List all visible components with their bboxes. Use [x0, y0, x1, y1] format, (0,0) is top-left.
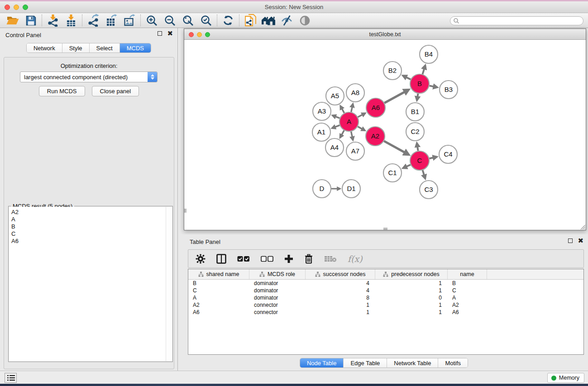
table-cell[interactable]: C [188, 287, 249, 294]
network-window-titlebar[interactable]: testGlobe.txt [184, 29, 586, 40]
edge-A-A3[interactable] [332, 115, 339, 118]
close-table-panel-icon[interactable]: ✖ [578, 238, 583, 243]
delete-table-button[interactable] [324, 255, 337, 262]
close-panel-button[interactable]: Close panel [92, 86, 139, 96]
tab-motifs[interactable]: Motifs [438, 358, 468, 367]
deselect-all-button[interactable] [261, 256, 273, 262]
tab-edge-table[interactable]: Edge Table [343, 358, 387, 367]
run-mcds-button[interactable]: Run MCDS [39, 86, 85, 96]
table-row[interactable]: A6connector11A6 [188, 309, 583, 316]
table-cell[interactable]: A2 [188, 301, 249, 309]
first-neighbors-button[interactable] [259, 14, 277, 27]
table-row[interactable]: Cdominator41C [188, 287, 583, 294]
save-session-button[interactable] [22, 14, 40, 27]
column-header-MCDS-role[interactable]: MCDS role [249, 269, 306, 279]
open-session-button[interactable] [4, 14, 22, 27]
mcds-result-item[interactable]: A6 [11, 238, 166, 245]
table-cell[interactable]: 8 [306, 294, 375, 301]
table-cell[interactable]: 1 [306, 309, 375, 316]
optimization-criterion-select[interactable]: largest connected component (directed) [20, 71, 158, 82]
edge-A-A8[interactable] [351, 104, 353, 112]
export-network-button[interactable] [84, 14, 102, 27]
zoom-in-button[interactable] [143, 14, 161, 27]
network-canvas[interactable]: B4B2BB3A8A5A6A3B1AA1C2A2A4A7C4CC1DD1C3 [184, 40, 586, 230]
table-cell[interactable]: 1 [375, 309, 448, 316]
node-table[interactable]: shared nameMCDS rolesuccessor nodesprede… [188, 269, 584, 355]
show-panels-list-button[interactable] [5, 373, 17, 383]
birdseye-view-button[interactable] [296, 14, 314, 27]
table-cell[interactable]: 0 [375, 294, 448, 301]
edge-A-A1[interactable] [332, 125, 340, 128]
window-resize-handle-bottom[interactable] [383, 228, 387, 230]
table-cell[interactable]: 1 [306, 301, 375, 309]
edge-A-A5[interactable] [340, 106, 344, 113]
result-scrollbar[interactable] [166, 207, 172, 361]
tab-network[interactable]: Network [27, 43, 62, 52]
edge-C-C1[interactable] [403, 165, 411, 168]
table-cell[interactable]: dominator [249, 294, 306, 301]
edge-A-A2[interactable] [358, 127, 365, 131]
tab-style[interactable]: Style [62, 43, 89, 52]
table-cell[interactable]: 1 [375, 287, 448, 294]
window-resize-handle-left[interactable] [184, 209, 186, 213]
edge-A-A7[interactable] [351, 132, 353, 140]
table-cell[interactable]: 4 [306, 287, 375, 294]
tab-mcds[interactable]: MCDS [120, 43, 151, 52]
mcds-result-item[interactable]: A2 [11, 209, 166, 216]
table-cell[interactable]: 1 [375, 301, 448, 309]
float-panel-icon[interactable] [158, 31, 162, 36]
show-hide-graphics-details-button[interactable] [277, 14, 296, 27]
table-cell[interactable]: B [448, 280, 487, 287]
column-header-name[interactable]: name [448, 269, 487, 279]
edge-A-A4[interactable] [340, 130, 344, 138]
mcds-result-item[interactable]: B [11, 223, 166, 230]
column-header-shared-name[interactable]: shared name [188, 269, 249, 279]
select-all-button[interactable] [237, 256, 250, 262]
edge-B-B1[interactable] [417, 94, 418, 100]
search-field[interactable] [450, 16, 583, 25]
edge-C-C4[interactable] [429, 157, 437, 159]
add-column-button[interactable] [284, 254, 293, 263]
table-cell[interactable]: connector [249, 309, 306, 316]
table-cell[interactable]: 4 [306, 280, 375, 287]
table-cell[interactable]: 1 [375, 280, 448, 287]
import-table-button[interactable] [62, 14, 80, 27]
table-row[interactable]: Adominator80A [188, 294, 583, 301]
edge-B-B2[interactable] [403, 76, 411, 79]
close-panel-icon[interactable]: ✖ [167, 31, 173, 36]
table-cell[interactable]: A [188, 294, 249, 301]
column-header-successor-nodes[interactable]: successor nodes [306, 269, 375, 279]
table-row[interactable]: A2connector11A2 [188, 301, 583, 309]
column-header-predecessor-nodes[interactable]: predecessor nodes [375, 269, 448, 279]
table-cell[interactable]: dominator [249, 280, 306, 287]
export-image-button[interactable] [120, 14, 139, 27]
new-network-from-selected-button[interactable] [241, 14, 259, 27]
edge-C-C2[interactable] [417, 143, 418, 151]
table-cell[interactable]: A6 [188, 309, 249, 316]
zoom-out-button[interactable] [161, 14, 179, 27]
column-panel-button[interactable] [216, 254, 226, 264]
resize-grip-icon[interactable] [579, 224, 585, 229]
table-cell[interactable]: A6 [448, 309, 487, 316]
table-cell[interactable]: connector [249, 301, 306, 309]
network-graph[interactable]: B4B2BB3A8A5A6A3B1AA1C2A2A4A7C4CC1DD1C3 [184, 40, 586, 230]
delete-column-button[interactable] [304, 254, 313, 264]
zoom-fit-button[interactable] [179, 14, 197, 27]
search-input[interactable] [459, 17, 583, 24]
edge-B-B4[interactable] [422, 65, 425, 74]
edge-B-B3[interactable] [430, 86, 437, 87]
edge-A6-B[interactable] [384, 90, 409, 103]
function-builder-button[interactable]: f(x) [348, 254, 363, 264]
mcds-result-item[interactable]: C [11, 230, 166, 238]
memory-button[interactable]: Memory [547, 373, 584, 383]
import-network-button[interactable] [44, 14, 62, 27]
table-cell[interactable]: dominator [249, 287, 306, 294]
float-table-panel-icon[interactable] [568, 238, 573, 243]
export-table-button[interactable] [102, 14, 120, 27]
tab-node-table[interactable]: Node Table [300, 358, 344, 367]
tab-network-table[interactable]: Network Table [387, 358, 438, 367]
table-cell[interactable]: A [448, 294, 487, 301]
edge-A2-C[interactable] [384, 141, 409, 155]
edge-A-A6[interactable] [358, 113, 365, 117]
zoom-selected-button[interactable] [197, 14, 215, 27]
